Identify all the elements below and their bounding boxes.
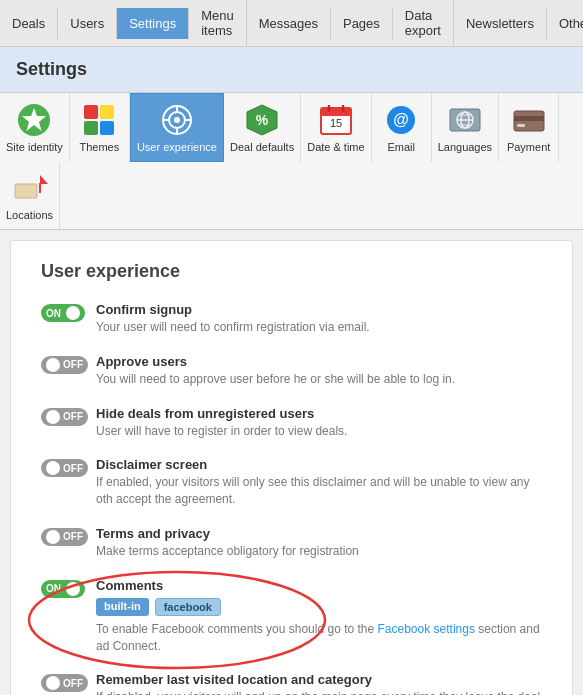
svg-rect-30 [517,124,525,127]
tab-user-experience[interactable]: User experience [130,93,224,162]
svg-rect-16 [321,108,351,116]
site-identity-icon [16,102,52,138]
tab-date-time-label: Date & time [307,141,364,153]
tab-date-time[interactable]: 15 Date & time [301,93,371,162]
languages-icon [447,102,483,138]
desc-disclaimer: If enabled, your visitors will only see … [96,474,542,508]
date-time-icon: 15 [318,102,354,138]
tab-locations[interactable]: Locations [0,162,60,229]
icon-tabs: Site identity Themes User experie [0,93,583,230]
setting-disclaimer: OFF Disclaimer screen If enabled, your v… [41,457,542,508]
nav-users[interactable]: Users [58,8,117,39]
nav-deals[interactable]: Deals [0,8,58,39]
nav-pages[interactable]: Pages [331,8,393,39]
locations-icon [12,170,48,206]
tab-languages[interactable]: Languages [432,93,499,162]
setting-remember-location: OFF Remember last visited location and c… [41,672,542,695]
tab-themes-label: Themes [80,141,120,153]
toggle-terms[interactable]: OFF [41,528,96,547]
label-disclaimer: Disclaimer screen [96,457,542,472]
svg-text:@: @ [393,111,409,128]
svg-point-8 [174,117,180,123]
toggle-disclaimer[interactable]: OFF [41,459,96,478]
nav-menu-items[interactable]: Menu items [189,0,247,46]
nav-data-export[interactable]: Data export [393,0,454,46]
label-approve-users: Approve users [96,354,542,369]
nav-other[interactable]: Other [547,8,583,39]
label-confirm-signup: Confirm signup [96,302,542,317]
setting-terms: OFF Terms and privacy Make terms accepta… [41,526,542,560]
tag-facebook: facebook [155,598,221,616]
desc-approve-users: You will need to approve user before he … [96,371,542,388]
desc-hide-deals: User will have to register in order to v… [96,423,542,440]
nav-newsletters[interactable]: Newsletters [454,8,547,39]
comments-tags: built-in facebook [96,598,542,616]
svg-marker-32 [40,175,48,184]
top-navigation: Deals Users Settings Menu items Messages… [0,0,583,47]
setting-hide-deals: OFF Hide deals from unregistered users U… [41,406,542,440]
setting-comments: ON Comments built-in facebook To enable … [41,578,542,655]
deal-defaults-icon: % [244,102,280,138]
tab-locations-label: Locations [6,209,53,221]
tab-themes[interactable]: Themes [70,93,130,162]
tab-user-experience-label: User experience [137,141,217,153]
label-comments: Comments [96,578,542,593]
settings-header: Settings [0,47,583,93]
desc-confirm-signup: Your user will need to confirm registrat… [96,319,542,336]
svg-rect-3 [100,105,114,119]
nav-messages[interactable]: Messages [247,8,331,39]
desc-remember-location: If disabled, your visitors will end up o… [96,689,542,695]
payment-icon [511,102,547,138]
setting-confirm-signup: ON Confirm signup Your user will need to… [41,302,542,336]
toggle-approve-users[interactable]: OFF [41,356,96,375]
svg-rect-2 [84,105,98,119]
svg-rect-31 [15,184,37,198]
tab-deal-defaults-label: Deal defaults [230,141,294,153]
tab-payment[interactable]: Payment [499,93,559,162]
toggle-comments[interactable]: ON [41,580,96,598]
desc-terms: Make terms acceptance obligatory for reg… [96,543,542,560]
label-hide-deals: Hide deals from unregistered users [96,406,542,421]
tab-site-identity-label: Site identity [6,141,63,153]
main-content: User experience ON Confirm signup Your u… [10,240,573,695]
themes-icon [81,102,117,138]
svg-text:%: % [256,112,269,128]
desc-comments: To enable Facebook comments you should g… [96,621,542,655]
svg-text:15: 15 [330,117,342,129]
email-icon: @ [383,102,419,138]
user-experience-icon [159,102,195,138]
page-title: Settings [16,59,567,80]
facebook-settings-link[interactable]: Facebook settings [378,622,475,636]
tab-site-identity[interactable]: Site identity [0,93,70,162]
label-terms: Terms and privacy [96,526,542,541]
tab-payment-label: Payment [507,141,550,153]
tab-deal-defaults[interactable]: % Deal defaults [224,93,301,162]
tab-email[interactable]: @ Email [372,93,432,162]
tab-languages-label: Languages [438,141,492,153]
svg-rect-33 [39,183,41,193]
svg-rect-4 [84,121,98,135]
toggle-confirm-signup[interactable]: ON [41,304,96,322]
section-title: User experience [41,261,542,282]
toggle-hide-deals[interactable]: OFF [41,408,96,427]
svg-rect-29 [514,116,544,121]
tab-email-label: Email [387,141,415,153]
svg-rect-5 [100,121,114,135]
nav-settings[interactable]: Settings [117,8,189,39]
tag-builtin: built-in [96,598,149,616]
toggle-remember-location[interactable]: OFF [41,674,96,693]
setting-approve-users: OFF Approve users You will need to appro… [41,354,542,388]
label-remember-location: Remember last visited location and categ… [96,672,542,687]
